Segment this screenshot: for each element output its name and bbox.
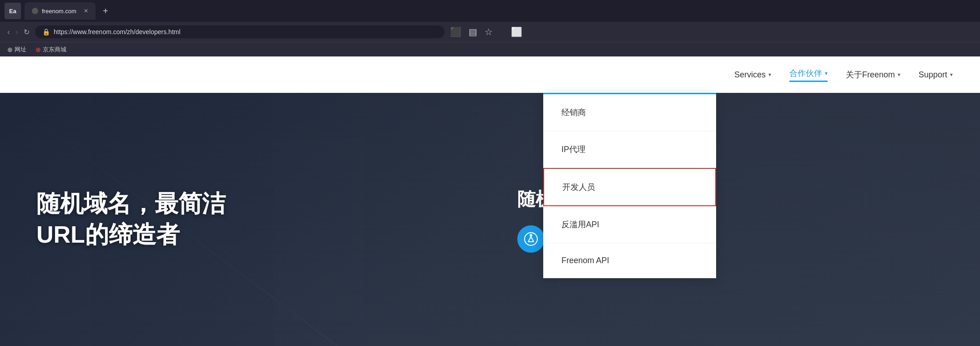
tab-bar: Ea freenom.com ✕ +	[0, 0, 980, 22]
svg-point-1	[530, 234, 532, 237]
bookmark-jd-icon: ⊕	[35, 46, 41, 53]
bookmark-jd-label: 京东商城	[43, 46, 66, 54]
dropdown-developers-label: 开发人员	[562, 183, 595, 192]
address-field[interactable]: 🔒 https://www.freenom.com/zh/developers.…	[35, 25, 445, 38]
nav-support[interactable]: Support ▾	[919, 70, 953, 80]
nav-support-label: Support	[919, 70, 947, 80]
dropdown-reseller-label: 经销商	[561, 108, 586, 117]
nav-partners-label: 合作伙伴	[789, 68, 822, 79]
nav-items: Services ▾ 合作伙伴 ▾ 关于Freenom ▾ Support ▾	[734, 68, 953, 82]
dropdown-ip-proxy-label: IP代理	[561, 145, 586, 154]
svg-line-2	[528, 237, 531, 242]
tab-favicon-text: Ea	[9, 8, 16, 15]
url-text: https://www.freenom.com/zh/developers.ht…	[54, 28, 181, 36]
back-button[interactable]: ‹	[7, 27, 10, 37]
toolbar-icons: ⬛ ▤ ☆ ⬜	[450, 26, 522, 37]
tab-title: freenom.com	[42, 8, 76, 15]
extension-icon[interactable]: ⬜	[511, 26, 522, 37]
api-icon-freenom	[517, 225, 545, 253]
reader-icon[interactable]: ▤	[469, 26, 477, 37]
hero-title: 随机域名，最简洁 URL的缔造者	[36, 188, 226, 250]
nav-services-label: Services	[734, 70, 766, 80]
nav-services[interactable]: Services ▾	[734, 70, 771, 80]
tab-close-icon[interactable]: ✕	[84, 8, 88, 14]
nav-partners[interactable]: 合作伙伴 ▾	[789, 68, 828, 82]
hero-title-line2: URL的缔造者	[36, 219, 226, 250]
nav-about[interactable]: 关于Freenom ▾	[846, 69, 900, 80]
hero-section: 随机域名，最简洁 URL的缔造者 随机域名API Freenom API访问	[0, 93, 980, 346]
address-bar: ‹ › ↻ 🔒 https://www.freenom.com/zh/devel…	[0, 22, 980, 42]
bookmarks-bar: ⊕ 网址 ⊕ 京东商城	[0, 42, 980, 56]
bookmark-url-label: 网址	[15, 46, 26, 54]
dropdown-item-ip-proxy[interactable]: IP代理	[543, 131, 716, 168]
svg-line-3	[531, 237, 534, 242]
page-content: Services ▾ 合作伙伴 ▾ 关于Freenom ▾ Support ▾ …	[0, 56, 980, 346]
nav-partners-chevron: ▾	[825, 70, 828, 76]
lock-icon: 🔒	[42, 28, 50, 36]
qr-icon[interactable]: ⬛	[450, 26, 461, 37]
active-tab[interactable]: freenom.com ✕	[25, 2, 96, 20]
dropdown-item-developers[interactable]: 开发人员	[543, 168, 716, 206]
nav-about-label: 关于Freenom	[846, 69, 895, 80]
tab-icon	[32, 8, 38, 14]
forward-button[interactable]: ›	[15, 27, 18, 37]
new-tab-button[interactable]: +	[103, 6, 108, 16]
dropdown-anti-abuse-label: 反滥用API	[561, 220, 599, 229]
site-nav: Services ▾ 合作伙伴 ▾ 关于Freenom ▾ Support ▾	[0, 56, 980, 93]
dropdown-item-freenom-api[interactable]: Freenom API	[543, 243, 716, 278]
bookmark-jd[interactable]: ⊕ 京东商城	[35, 46, 66, 54]
dropdown-item-anti-abuse[interactable]: 反滥用API	[543, 206, 716, 243]
bookmark-globe-icon: ⊕	[7, 46, 13, 53]
hero-left: 随机域名，最简洁 URL的缔造者	[0, 93, 490, 346]
nav-support-chevron: ▾	[950, 71, 953, 78]
nav-services-chevron: ▾	[768, 71, 771, 78]
hero-title-line1: 随机域名，最简洁	[36, 188, 226, 219]
bookmark-url[interactable]: ⊕ 网址	[7, 46, 26, 54]
dropdown-item-reseller[interactable]: 经销商	[543, 94, 716, 131]
nav-about-chevron: ▾	[898, 71, 900, 78]
bookmark-star-icon[interactable]: ☆	[485, 26, 493, 37]
partners-dropdown: 经销商 IP代理 开发人员 反滥用API Freenom API	[543, 93, 716, 278]
dropdown-freenom-api-label: Freenom API	[561, 256, 609, 265]
reload-button[interactable]: ↻	[24, 28, 30, 36]
tab-favicon: Ea	[5, 3, 21, 19]
